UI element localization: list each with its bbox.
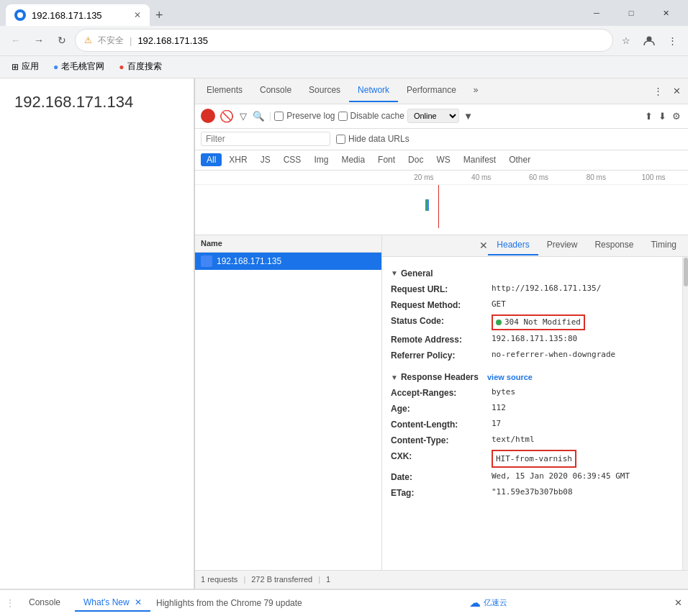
tab-elements[interactable]: Elements — [198, 79, 251, 102]
filter-input[interactable] — [201, 132, 330, 146]
bottom-tab-whats-new[interactable]: What's New ✕ — [75, 594, 150, 612]
stop-recording-button[interactable]: 🚫 — [218, 108, 235, 124]
type-btn-img[interactable]: Img — [308, 153, 334, 166]
scrollbar-thumb[interactable] — [684, 258, 688, 286]
network-main: Name 192.168.171.135 ✕ Headers — [195, 235, 688, 570]
preserve-log-checkbox-label[interactable]: Preserve log — [274, 111, 335, 121]
type-btn-media[interactable]: Media — [335, 153, 371, 166]
type-btn-manifest[interactable]: Manifest — [458, 153, 502, 166]
type-btn-all[interactable]: All — [201, 153, 222, 166]
type-btn-css[interactable]: CSS — [278, 153, 307, 166]
date-row: Date: Wed, 15 Jan 2020 06:39:45 GMT — [391, 471, 674, 484]
minimize-button[interactable]: ─ — [580, 0, 613, 26]
bookmark-star-button[interactable]: ☆ — [616, 30, 636, 50]
request-method-value: GET — [492, 299, 506, 312]
details-tab-response[interactable]: Response — [586, 235, 642, 255]
status-code-value-box: 304 Not Modified — [492, 314, 585, 331]
network-status-bar: 1 requests | 272 B transferred | 1 — [195, 570, 688, 589]
accept-ranges-value: bytes — [492, 386, 515, 399]
details-tab-headers[interactable]: Headers — [488, 235, 538, 255]
details-tab-timing[interactable]: Timing — [642, 235, 685, 255]
whats-new-close[interactable]: ✕ — [135, 597, 142, 607]
tab-network[interactable]: Network — [349, 79, 398, 102]
details-close-button[interactable]: ✕ — [479, 240, 488, 251]
bottom-tab-console[interactable]: Console — [20, 594, 69, 612]
filter-icon-button[interactable]: ▽ — [238, 109, 248, 123]
content-type-value: text/html — [492, 434, 535, 447]
bookmark-baidu[interactable]: ● 百度搜索 — [113, 58, 167, 76]
maximize-button[interactable]: □ — [615, 0, 648, 26]
settings-icon[interactable]: ⚙ — [671, 109, 682, 123]
request-item[interactable]: 192.168.171.135 — [195, 253, 381, 270]
hide-data-urls-text: Hide data URLs — [348, 134, 409, 144]
remote-address-key: Remote Address: — [391, 333, 492, 346]
type-btn-doc[interactable]: Doc — [402, 153, 429, 166]
request-name: 192.168.171.135 — [217, 256, 281, 266]
referrer-policy-value: no-referrer-when-downgrade — [492, 349, 615, 362]
tab-console[interactable]: Console — [251, 79, 300, 102]
browser-tab[interactable]: 192.168.171.135 ✕ — [6, 4, 150, 26]
type-btn-xhr[interactable]: XHR — [223, 153, 253, 166]
page-content: 192.168.171.134 — [0, 78, 194, 589]
age-value: 112 — [492, 402, 506, 415]
referrer-policy-row: Referrer Policy: no-referrer-when-downgr… — [391, 349, 674, 362]
record-button[interactable] — [201, 109, 215, 123]
title-bar: 192.168.171.135 ✕ + ─ □ ✕ — [0, 0, 688, 26]
details-panel: ✕ Headers Preview Response Timing Ge — [382, 235, 688, 570]
new-tab-button[interactable]: + — [150, 5, 169, 26]
tab-performance[interactable]: Performance — [398, 79, 465, 102]
bookmark-apps[interactable]: ⊞ 应用 — [6, 58, 45, 76]
cxk-value-box: HIT-from-varnish — [492, 450, 576, 468]
disable-cache-checkbox[interactable] — [338, 112, 348, 121]
tab-close-button[interactable]: ✕ — [134, 10, 141, 20]
bookmark-laomao-label: 老毛桃官网 — [61, 60, 104, 73]
bookmark-laomao[interactable]: ● 老毛桃官网 — [47, 58, 110, 76]
throttle-arrow[interactable]: ▼ — [462, 109, 474, 123]
tab-more[interactable]: » — [465, 79, 487, 102]
content-length-value: 17 — [492, 418, 501, 431]
import-icon[interactable]: ⬆ — [643, 109, 654, 123]
devtools-action-icons: ⋮ ✕ — [649, 83, 685, 99]
transferred-size: 272 B transferred — [251, 575, 312, 584]
secure-icon: ⚠ — [84, 35, 92, 45]
tab-strip: 192.168.171.135 ✕ + — [6, 0, 574, 26]
request-list: Name 192.168.171.135 — [195, 235, 382, 570]
disable-cache-checkbox-label[interactable]: Disable cache — [338, 111, 404, 121]
details-tab-preview[interactable]: Preview — [538, 235, 587, 255]
forward-button[interactable]: → — [29, 30, 49, 50]
apps-icon: ⊞ — [12, 62, 19, 72]
accept-ranges-row: Accept-Ranges: bytes — [391, 386, 674, 399]
preserve-log-label: Preserve log — [286, 111, 335, 121]
devtools-close-button[interactable]: ✕ — [669, 83, 685, 99]
bottom-panel-close-button[interactable]: ✕ — [674, 597, 682, 608]
tab-sources[interactable]: Sources — [300, 79, 349, 102]
etag-value: "11.59e37b307bb08 — [492, 486, 573, 499]
date-value: Wed, 15 Jan 2020 06:39:45 GMT — [492, 471, 630, 484]
devtools-settings-icon[interactable]: ⋮ — [649, 83, 667, 99]
type-btn-other[interactable]: Other — [503, 153, 536, 166]
devtools-main: 🚫 ▽ 🔍 | Preserve log Disable cache Onlin… — [195, 104, 688, 589]
view-source-link[interactable]: view source — [487, 373, 533, 381]
type-btn-js[interactable]: JS — [255, 153, 276, 166]
browser-menu-button[interactable]: ⋮ — [662, 30, 682, 50]
date-key: Date: — [391, 471, 492, 484]
referrer-policy-key: Referrer Policy: — [391, 349, 492, 362]
type-btn-font[interactable]: Font — [372, 153, 401, 166]
export-icon[interactable]: ⬇ — [657, 109, 668, 123]
preserve-log-checkbox[interactable] — [274, 112, 284, 121]
request-url-row: Request URL: http://192.168.171.135/ — [391, 283, 674, 296]
details-tabs: ✕ Headers Preview Response Timing — [382, 235, 688, 257]
reload-button[interactable]: ↻ — [52, 30, 72, 50]
search-icon-button[interactable]: 🔍 — [251, 109, 266, 123]
close-button[interactable]: ✕ — [649, 0, 682, 26]
age-key: Age: — [391, 402, 492, 415]
content-length-row: Content-Length: 17 — [391, 418, 674, 431]
hide-data-urls-label[interactable]: Hide data URLs — [336, 134, 409, 144]
back-button[interactable]: ← — [6, 30, 26, 50]
hide-data-urls-checkbox[interactable] — [336, 135, 345, 144]
type-btn-ws[interactable]: WS — [430, 153, 456, 166]
account-button[interactable] — [639, 30, 659, 50]
url-box[interactable]: ⚠ 不安全 | 192.168.171.135 — [75, 29, 613, 52]
throttle-select[interactable]: Online Fast 3G Slow 3G — [407, 109, 459, 123]
status-code-value: 304 Not Modified — [504, 317, 581, 329]
